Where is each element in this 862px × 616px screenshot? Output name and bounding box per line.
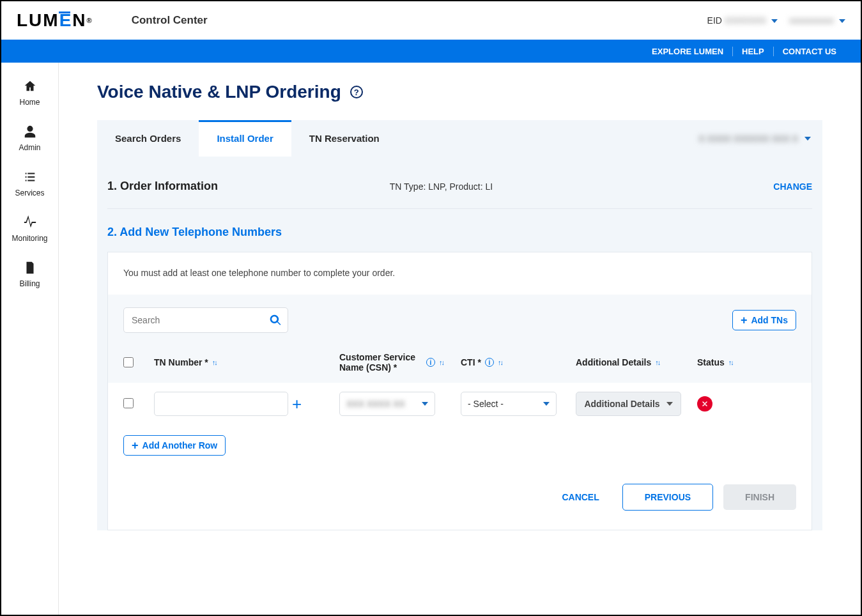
sort-icon: ↑↓: [655, 358, 659, 366]
content-area: 1. Order Information TN Type: LNP, Produ…: [97, 157, 822, 530]
col-additional[interactable]: Additional Details ↑↓: [576, 357, 697, 367]
close-icon: [701, 400, 709, 408]
chevron-down-icon: [543, 402, 550, 406]
step-1-title: 1. Order Information: [107, 180, 218, 193]
info-icon[interactable]: i: [485, 358, 494, 367]
col-tn-label: TN Number *: [154, 357, 208, 367]
cti-select[interactable]: - Select -: [461, 392, 557, 416]
plus-icon: +: [132, 441, 139, 450]
sidebar-label-monitoring: Monitoring: [12, 234, 47, 243]
sort-icon: ↑↓: [498, 358, 502, 366]
sidebar-item-home[interactable]: Home: [1, 70, 58, 116]
app-title: Control Center: [132, 14, 208, 27]
tab-search-orders[interactable]: Search Orders: [97, 120, 199, 157]
list-icon: [23, 170, 37, 186]
sort-icon: ↑↓: [728, 358, 733, 366]
chevron-down-icon: [771, 19, 778, 23]
col-csn-label: Customer Service Name (CSN) *: [339, 352, 422, 373]
add-tns-button[interactable]: + Add TNs: [732, 310, 796, 330]
col-csn[interactable]: Customer Service Name (CSN) * i ↑↓: [339, 352, 461, 373]
header-right: EID XXXXXXX xxxxxxxxxx: [707, 15, 845, 26]
user-label: xxxxxxxxxx: [789, 15, 834, 26]
user-dropdown[interactable]: xxxxxxxxxx: [789, 15, 845, 26]
chevron-down-icon: [422, 402, 428, 406]
page-title: Voice Native & LNP Ordering: [97, 82, 341, 102]
step-1-meta: TN Type: LNP, Product: LI: [390, 181, 493, 192]
sort-icon: ↑↓: [212, 358, 217, 366]
top-header: LUMEN® Control Center EID XXXXXXX xxxxxx…: [1, 1, 861, 40]
add-tns-label: Add TNs: [751, 315, 788, 325]
sidebar-item-admin[interactable]: Admin: [1, 116, 58, 161]
search-wrap: [123, 307, 288, 333]
nav-explore[interactable]: EXPLORE LUMEN: [643, 47, 732, 56]
footer-actions: CANCEL PREVIOUS FINISH: [108, 471, 812, 511]
csn-value: XXX XXXX XX: [346, 399, 405, 409]
invoice-icon: [23, 261, 37, 277]
row-checkbox[interactable]: [123, 398, 134, 408]
col-addl-label: Additional Details: [576, 357, 651, 367]
col-status[interactable]: Status ↑↓: [697, 357, 774, 367]
col-tn-number[interactable]: TN Number * ↑↓: [154, 357, 339, 367]
additional-details-label: Additional Details: [584, 399, 659, 409]
tab-tn-reservation[interactable]: TN Reservation: [291, 120, 397, 157]
activity-icon: [23, 215, 37, 231]
previous-button[interactable]: PREVIOUS: [622, 484, 713, 511]
tn-number-input[interactable]: [154, 392, 288, 416]
tabs-row: Search Orders Install Order TN Reservati…: [97, 120, 822, 157]
eid-label: EID: [707, 15, 722, 26]
select-all-checkbox[interactable]: [123, 357, 134, 367]
logo: LUMEN®: [17, 10, 93, 31]
remove-row-button[interactable]: [697, 396, 712, 412]
logo-part2: E: [59, 10, 73, 31]
sidebar-label-services: Services: [15, 189, 44, 197]
add-row-wrap: + Add Another Row: [108, 425, 812, 471]
panel-instruction: You must add at least one telephone numb…: [123, 268, 796, 278]
col-status-label: Status: [697, 357, 725, 367]
home-icon: [23, 79, 37, 95]
sort-icon: ↑↓: [439, 358, 443, 366]
nav-contact[interactable]: CONTACT US: [773, 47, 845, 56]
context-label: X XXXX XXXXXX XXX X: [698, 134, 798, 144]
tn-subpanel: + Add TNs TN Number * ↑↓ Customer Servic…: [108, 295, 812, 383]
change-button[interactable]: CHANGE: [773, 181, 812, 192]
additional-details-button[interactable]: Additional Details: [576, 392, 681, 416]
sidebar-item-billing[interactable]: Billing: [1, 252, 58, 297]
table-header: TN Number * ↑↓ Customer Service Name (CS…: [123, 344, 796, 383]
tn-panel: You must add at least one telephone numb…: [107, 252, 812, 530]
step-1-row: 1. Order Information TN Type: LNP, Produ…: [107, 176, 812, 209]
eid-value: XXXXXXX: [725, 15, 766, 26]
tab-install-order[interactable]: Install Order: [199, 120, 291, 157]
col-cti-label: CTI *: [461, 357, 481, 367]
sidebar: Home Admin Services Monitoring Billing: [1, 63, 59, 615]
logo-part1: LUM: [17, 10, 59, 31]
table-row: + XXX XXXX XX - Select -: [108, 383, 812, 425]
step-2-title: 2. Add New Telephone Numbers: [97, 209, 822, 252]
logo-part3: N: [72, 10, 86, 31]
nav-help[interactable]: HELP: [732, 47, 773, 56]
add-tn-icon[interactable]: +: [292, 394, 302, 414]
chevron-down-icon: [666, 402, 673, 406]
plus-icon: +: [741, 316, 748, 325]
main-content: Voice Native & LNP Ordering ? Search Ord…: [59, 63, 861, 615]
add-row-label: Add Another Row: [142, 440, 218, 450]
user-icon: [23, 125, 37, 141]
add-another-row-button[interactable]: + Add Another Row: [123, 435, 226, 456]
sidebar-label-billing: Billing: [19, 279, 40, 288]
tn-toolbar: + Add TNs: [123, 307, 796, 333]
search-icon[interactable]: [269, 314, 282, 327]
sidebar-item-services[interactable]: Services: [1, 161, 58, 206]
eid-dropdown[interactable]: EID XXXXXXX: [707, 15, 778, 26]
cancel-button[interactable]: CANCEL: [562, 492, 599, 502]
sidebar-item-monitoring[interactable]: Monitoring: [1, 206, 58, 252]
context-dropdown[interactable]: X XXXX XXXXXX XXX X: [698, 134, 822, 144]
help-icon[interactable]: ?: [350, 86, 363, 98]
finish-button[interactable]: FINISH: [723, 484, 796, 510]
search-input[interactable]: [123, 307, 288, 333]
cti-value: - Select -: [468, 399, 504, 409]
info-icon[interactable]: i: [426, 358, 435, 367]
top-nav-bar: EXPLORE LUMEN HELP CONTACT US: [1, 40, 861, 63]
col-cti[interactable]: CTI * i ↑↓: [461, 357, 576, 367]
csn-select[interactable]: XXX XXXX XX: [339, 392, 435, 416]
page-title-row: Voice Native & LNP Ordering ?: [97, 82, 822, 102]
chevron-down-icon: [804, 137, 811, 141]
